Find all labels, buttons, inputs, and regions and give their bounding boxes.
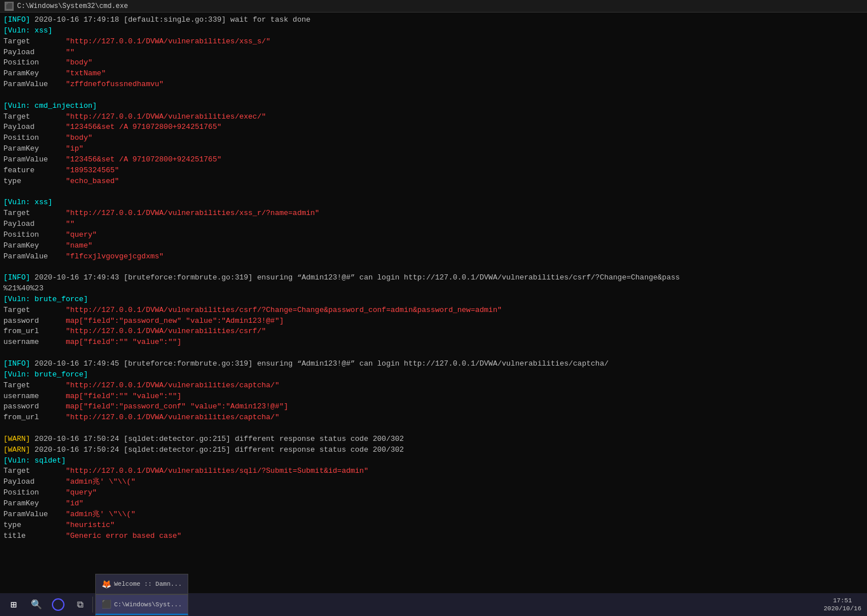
terminal-line: from_url "http://127.0.0.1/DVWA/vulnerab…: [3, 412, 864, 423]
taskbar-btn-label-1: C:\Windows\Syst...: [114, 601, 182, 608]
clock: 17:51 2020/10/16: [824, 597, 861, 613]
terminal-line: [Vuln: cmd_injection]: [3, 101, 864, 112]
terminal-line: ParamValue "123456&set /A 971072800+9242…: [3, 155, 864, 165]
terminal-line: ParamValue "flfcxjlvgovgejcgdxms": [3, 252, 864, 262]
search-button[interactable]: 🔍: [26, 594, 47, 615]
taskbar-btn-icon-0: 🦊: [102, 579, 111, 589]
terminal-line: Target "http://127.0.0.1/DVWA/vulnerabil…: [3, 305, 864, 316]
terminal-line: ParamValue "admin兆' \"\\(": [3, 509, 864, 520]
start-button[interactable]: ⊞: [2, 594, 25, 615]
terminal-line: password map["field":"password_new" "val…: [3, 316, 864, 327]
taskbar-btn-0[interactable]: 🦊Welcome :: Damn...: [95, 574, 188, 594]
terminal-line: password map["field":"password_conf" "va…: [3, 402, 864, 412]
terminal-line: Payload "123456&set /A 971072800+9242517…: [3, 122, 864, 133]
taskbar: ⊞ 🔍 ⧉ 🦊Welcome :: Damn...⬛C:\Windows\Sys…: [0, 593, 867, 616]
taskbar-btn-icon-1: ⬛: [102, 599, 111, 609]
terminal-line: [Vuln: brute_force]: [3, 294, 864, 305]
taskbar-right: 17:51 2020/10/16: [824, 597, 865, 613]
terminal-line: from_url "http://127.0.0.1/DVWA/vulnerab…: [3, 326, 864, 337]
terminal-line: %21%40%23: [3, 283, 864, 294]
terminal-line: [WARN] 2020-10-16 17:50:24 [sqldet:detec…: [3, 445, 864, 456]
terminal-line: [3, 348, 864, 359]
terminal-line: Target "http://127.0.0.1/DVWA/vulnerabil…: [3, 208, 864, 219]
taskbar-btn-1[interactable]: ⬛C:\Windows\Syst...: [95, 594, 188, 615]
terminal-line: ParamKey "txtName": [3, 68, 864, 79]
terminal-line: Payload "": [3, 47, 864, 58]
terminal-line: Position "body": [3, 58, 864, 68]
terminal-line: Payload "": [3, 219, 864, 230]
terminal-line: Payload "admin兆' \"\\(": [3, 477, 864, 488]
clock-time: 17:51: [824, 597, 861, 605]
terminal-line: [INFO] 2020-10-16 17:49:45 [bruteforce:f…: [3, 359, 864, 370]
cortana-icon: [52, 598, 64, 611]
terminal-line: [3, 90, 864, 101]
taskbar-divider: [92, 597, 93, 613]
terminal-line: [INFO] 2020-10-16 17:49:43 [bruteforce:f…: [3, 273, 864, 283]
terminal-line: type "heuristic": [3, 520, 864, 531]
terminal-line: [3, 423, 864, 434]
terminal-line: [Vuln: xss]: [3, 26, 864, 37]
terminal-line: ParamKey "name": [3, 241, 864, 252]
terminal-line: ParamValue "zffdnefofussnedhamvu": [3, 79, 864, 90]
terminal-line: Position "query": [3, 488, 864, 499]
terminal-line: [Vuln: xss]: [3, 197, 864, 208]
terminal-line: Target "http://127.0.0.1/DVWA/vulnerabil…: [3, 380, 864, 391]
terminal-line: feature "1895324565": [3, 165, 864, 176]
terminal-line: [3, 187, 864, 198]
task-view-button[interactable]: ⧉: [70, 594, 90, 615]
terminal-output: [INFO] 2020-10-16 17:49:18 [default:sing…: [0, 13, 867, 593]
terminal-line: [WARN] 2020-10-16 17:50:24 [sqldet:detec…: [3, 434, 864, 445]
terminal-line: Position "body": [3, 133, 864, 144]
terminal-line: type "echo_based": [3, 176, 864, 187]
terminal-line: ParamKey "id": [3, 499, 864, 509]
terminal-line: ParamKey "ip": [3, 144, 864, 155]
window-title: C:\Windows\System32\cmd.exe: [17, 2, 128, 10]
terminal-line: username map["field":"" "value":""]: [3, 337, 864, 348]
terminal-line: Target "http://127.0.0.1/DVWA/vulnerabil…: [3, 466, 864, 477]
terminal-line: Position "query": [3, 230, 864, 241]
terminal-line: title "Generic error based case": [3, 531, 864, 542]
terminal-line: username map["field":"" "value":""]: [3, 391, 864, 402]
cortana-button[interactable]: [48, 594, 68, 615]
terminal-line: [Vuln: sqldet]: [3, 456, 864, 467]
taskbar-btn-label-0: Welcome :: Damn...: [114, 581, 182, 587]
titlebar: ⬛ C:\Windows\System32\cmd.exe: [0, 0, 867, 13]
taskbar-app-buttons: 🦊Welcome :: Damn...⬛C:\Windows\Syst...🕷X…: [95, 574, 188, 616]
terminal-line: [Vuln: brute_force]: [3, 370, 864, 380]
terminal-line: Target "http://127.0.0.1/DVWA/vulnerabil…: [3, 112, 864, 123]
clock-date: 2020/10/16: [824, 605, 861, 613]
terminal-line: [3, 262, 864, 273]
terminal-line: Target "http://127.0.0.1/DVWA/vulnerabil…: [3, 37, 864, 47]
terminal-line: [INFO] 2020-10-16 17:49:18 [default:sing…: [3, 15, 864, 26]
cmd-icon: ⬛: [5, 2, 14, 11]
